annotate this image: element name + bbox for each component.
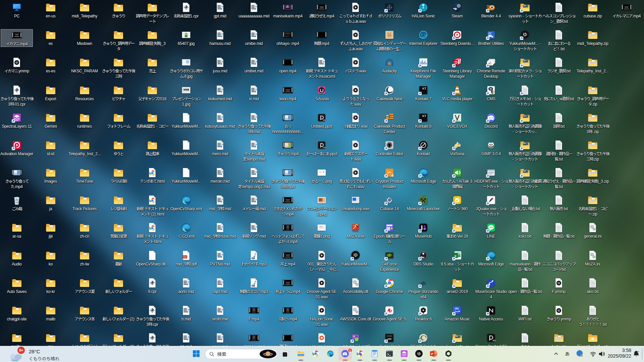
svg-text:PDF: PDF [183,256,187,258]
svg-text:ゆ: ゆ [417,351,421,356]
svg-text:KT: KT [422,114,426,118]
svg-text:ゆ: ゆ [15,60,18,65]
svg-text:MP3: MP3 [252,285,254,287]
svg-text:MP3: MP3 [252,258,254,259]
svg-text:P: P [431,352,433,356]
svg-text:LINE: LINE [489,227,493,229]
svg-text:ゆ: ゆ [353,251,358,258]
svg-text:NT2: NT2 [493,340,496,342]
svg-text:z: z [638,350,639,352]
svg-text:CPI: CPI [387,171,391,174]
svg-text:ゆ: ゆ [523,31,527,38]
svg-text:NT2: NT2 [323,147,326,148]
svg-text:ゆ: ゆ [557,281,560,285]
svg-text:GR: GR [387,338,391,341]
svg-text:sfz: sfz [421,280,426,285]
svg-text:KT: KT [422,87,426,90]
svg-text:MoZA: MoZA [353,230,359,232]
svg-text:ゆ: ゆ [557,308,560,313]
svg-text:NT2: NT2 [323,119,326,121]
